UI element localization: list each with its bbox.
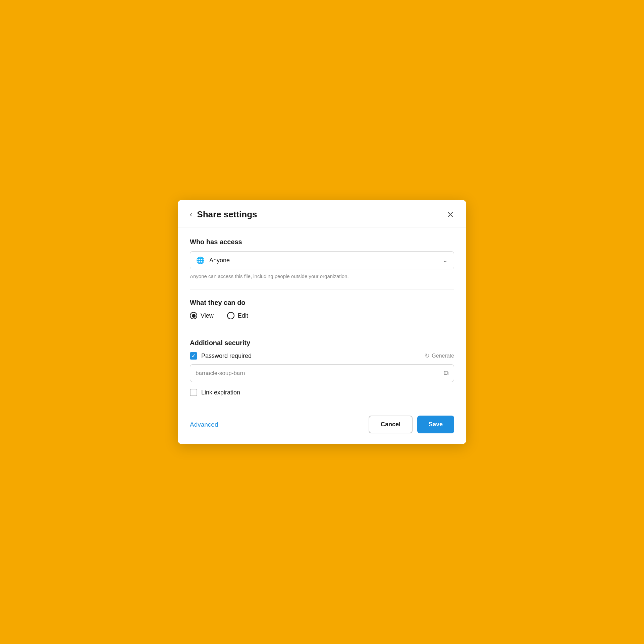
dialog-header: ‹ Share settings ✕ xyxy=(178,200,466,227)
dialog-footer: Advanced Cancel Save xyxy=(178,408,466,444)
password-required-label: Password required xyxy=(201,353,252,360)
additional-security-label: Additional security xyxy=(190,339,454,347)
password-required-row: ✓ Password required ↻ Generate xyxy=(190,352,454,360)
divider-2 xyxy=(190,329,454,329)
what-they-can-do-section: What they can do View Edit xyxy=(190,299,454,319)
radio-label-edit: Edit xyxy=(238,312,248,319)
radio-outer-edit xyxy=(227,312,234,319)
close-button[interactable]: ✕ xyxy=(447,210,454,219)
chevron-down-icon: ⌄ xyxy=(443,257,448,264)
password-input[interactable] xyxy=(196,370,444,377)
refresh-icon: ↻ xyxy=(425,352,430,360)
access-description: Anyone can access this file, including p… xyxy=(190,273,454,279)
save-button[interactable]: Save xyxy=(417,416,454,433)
access-dropdown[interactable]: 🌐 Anyone ⌄ xyxy=(190,251,454,269)
cancel-button[interactable]: Cancel xyxy=(369,416,413,433)
additional-security-section: Additional security ✓ Password required … xyxy=(190,339,454,396)
generate-label: Generate xyxy=(432,353,454,359)
access-dropdown-wrapper: 🌐 Anyone ⌄ xyxy=(190,251,454,269)
who-has-access-section: Who has access 🌐 Anyone ⌄ Anyone can acc… xyxy=(190,238,454,279)
globe-icon: 🌐 xyxy=(196,256,205,264)
radio-label-view: View xyxy=(201,312,214,319)
footer-buttons: Cancel Save xyxy=(369,416,454,433)
who-has-access-label: Who has access xyxy=(190,238,454,246)
what-they-can-do-label: What they can do xyxy=(190,299,454,307)
divider-1 xyxy=(190,289,454,289)
generate-button[interactable]: ↻ Generate xyxy=(425,352,454,360)
password-required-checkbox-label[interactable]: ✓ Password required xyxy=(190,352,252,360)
dialog-body: Who has access 🌐 Anyone ⌄ Anyone can acc… xyxy=(178,227,466,396)
copy-password-button[interactable]: ⧉ xyxy=(444,369,448,377)
password-required-checkbox[interactable]: ✓ xyxy=(190,352,197,360)
permission-radio-group: View Edit xyxy=(190,312,454,319)
share-settings-dialog: ‹ Share settings ✕ Who has access 🌐 Anyo… xyxy=(178,200,466,444)
header-left: ‹ Share settings xyxy=(190,209,257,220)
checkmark-icon: ✓ xyxy=(192,353,196,359)
password-input-wrapper: ⧉ xyxy=(190,364,454,382)
link-expiration-row[interactable]: Link expiration xyxy=(190,389,454,396)
copy-icon: ⧉ xyxy=(444,369,448,377)
link-expiration-checkbox[interactable] xyxy=(190,389,197,396)
link-expiration-label: Link expiration xyxy=(201,389,240,396)
advanced-link[interactable]: Advanced xyxy=(190,421,218,428)
radio-item-view[interactable]: View xyxy=(190,312,214,319)
back-button[interactable]: ‹ xyxy=(190,211,192,218)
dialog-title: Share settings xyxy=(197,209,257,220)
radio-inner-view xyxy=(192,314,196,318)
radio-outer-view xyxy=(190,312,197,319)
radio-item-edit[interactable]: Edit xyxy=(227,312,248,319)
access-dropdown-value: Anyone xyxy=(209,257,438,264)
